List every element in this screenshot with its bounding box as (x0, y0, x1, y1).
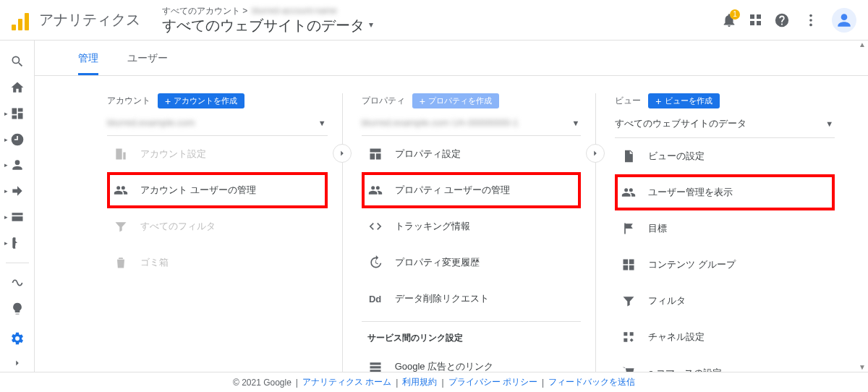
scrollbar[interactable]: ▲ ▼ (858, 41, 867, 372)
channel-icon (621, 329, 637, 345)
account-user-mgmt-item[interactable]: アカウント ユーザーの管理 (107, 172, 328, 208)
adwords-link-label: Google 広告とのリンク (395, 360, 494, 372)
view-user-mgmt-item[interactable]: ユーザー管理を表示 (615, 174, 835, 210)
building-icon (113, 146, 129, 162)
filter-icon (621, 293, 637, 309)
move-view-button[interactable] (586, 144, 605, 163)
nav-customization[interactable]: ▸ (3, 103, 32, 124)
account-user-mgmt-label: アカウント ユーザーの管理 (140, 184, 256, 197)
users-icon (113, 182, 129, 198)
dd-icon: Dd (367, 291, 383, 307)
ga-logo-icon (12, 10, 32, 30)
account-settings-label: アカウント設定 (140, 148, 206, 161)
flag-icon (621, 221, 637, 237)
nav-home[interactable] (3, 77, 32, 98)
nav-behavior[interactable]: ▸ (3, 206, 32, 228)
property-col-title: プロパティ (362, 95, 405, 107)
trash-icon (113, 255, 129, 270)
footer-home-link[interactable]: アナリティクス ホーム (302, 376, 391, 388)
account-column: アカウント +アカウントを作成 blurred.example.com ▼ アカ… (107, 93, 342, 372)
account-trash-label: ゴミ箱 (140, 256, 169, 269)
tab-admin[interactable]: 管理 (78, 43, 98, 75)
create-view-button[interactable]: +ビューを作成 (648, 93, 719, 108)
nav-audience[interactable]: ▸ (3, 154, 32, 176)
tracking-info-item[interactable]: トラッキング情報 (362, 208, 582, 244)
nav-collapse[interactable] (3, 354, 32, 372)
nav-acquisition[interactable]: ▸ (3, 180, 32, 202)
move-property-button[interactable] (333, 144, 352, 163)
property-user-mgmt-item[interactable]: プロパティ ユーザーの管理 (362, 172, 582, 208)
nav-admin[interactable] (3, 328, 32, 349)
top-header: アナリティクス すべてのアカウント > blurred-account-name… (0, 0, 868, 41)
view-selector-text: すべてのウェブサイトのデータ (615, 117, 746, 130)
account-trash-item[interactable]: ゴミ箱 (107, 244, 328, 281)
property-selector-text: blurred.example.com UA-00000000-1 (362, 117, 519, 128)
footer-privacy-link[interactable]: プライバシー ポリシー (448, 376, 537, 388)
svg-point-0 (809, 14, 812, 17)
svg-point-2 (809, 23, 812, 26)
create-property-button[interactable]: +プロパティを作成 (412, 93, 499, 108)
channel-settings-label: チャネル設定 (648, 331, 705, 344)
tabs: 管理 ユーザー (35, 43, 868, 76)
property-history-item[interactable]: プロパティ変更履歴 (362, 244, 582, 281)
adwords-icon (367, 359, 383, 372)
view-filter-item[interactable]: フィルタ (615, 283, 835, 319)
create-property-label: プロパティを作成 (428, 95, 492, 106)
view-selector[interactable]: すべてのウェブサイトのデータ ▼ (615, 114, 835, 138)
ecommerce-settings-item[interactable]: e コマースの設定 (615, 355, 835, 372)
footer-feedback-link[interactable]: フィードバックを送信 (548, 376, 635, 388)
scroll-down-icon[interactable]: ▼ (858, 363, 867, 372)
view-settings-item[interactable]: ビューの設定 (615, 138, 835, 174)
account-filters-item[interactable]: すべてのフィルタ (107, 208, 328, 244)
adwords-link-item[interactable]: Google 広告とのリンク (362, 349, 582, 372)
nav-attribution[interactable] (3, 272, 32, 294)
channel-settings-item[interactable]: チャネル設定 (615, 319, 835, 355)
dropdown-caret-icon: ▼ (318, 119, 326, 127)
more-menu-button[interactable] (803, 12, 819, 28)
link-section-label: サービス間のリンク設定 (362, 321, 582, 349)
property-column: プロパティ +プロパティを作成 blurred.example.com UA-0… (342, 93, 596, 372)
help-button[interactable] (774, 12, 790, 28)
view-settings-label: ビューの設定 (648, 150, 705, 163)
tab-user[interactable]: ユーザー (127, 43, 168, 75)
goals-item[interactable]: 目標 (615, 210, 835, 247)
tracking-info-label: トラッキング情報 (395, 220, 470, 233)
footer-terms-link[interactable]: 利用規約 (402, 376, 437, 388)
create-account-label: アカウントを作成 (174, 95, 237, 106)
users-icon (621, 184, 637, 200)
scroll-up-icon[interactable]: ▲ (858, 41, 867, 49)
account-selector[interactable]: blurred.example.com ▼ (107, 114, 328, 136)
filter-icon (113, 218, 129, 234)
property-settings-label: プロパティ設定 (395, 148, 461, 161)
layout-icon (367, 146, 383, 162)
svg-point-1 (809, 19, 812, 22)
content-group-item[interactable]: コンテンツ グループ (615, 247, 835, 283)
group-icon (621, 257, 637, 273)
user-avatar[interactable] (832, 8, 856, 33)
context-switcher[interactable]: すべてのアカウント > blurred-account-name すべてのウェブ… (162, 6, 373, 33)
dropdown-caret-icon: ▼ (825, 119, 833, 128)
nav-search[interactable] (3, 51, 32, 72)
nav-realtime[interactable]: ▸ (3, 129, 32, 150)
view-column: ビュー +ビューを作成 すべてのウェブサイトのデータ ▼ ビューの設定 ユーザー… (595, 93, 849, 372)
breadcrumb-account: blurred-account-name (252, 6, 336, 16)
view-filter-label: フィルタ (648, 294, 686, 307)
ecommerce-settings-label: e コマースの設定 (648, 367, 722, 372)
notifications-button[interactable]: 1 (721, 12, 737, 28)
account-settings-item[interactable]: アカウント設定 (107, 136, 328, 172)
property-settings-item[interactable]: プロパティ設定 (362, 136, 582, 172)
document-icon (621, 148, 637, 164)
nav-discover[interactable] (3, 298, 32, 320)
users-icon (367, 182, 383, 198)
create-account-button[interactable]: +アカウントを作成 (158, 93, 244, 108)
account-selector-text: blurred.example.com (107, 117, 195, 128)
breadcrumb: すべてのアカウント > blurred-account-name (162, 6, 373, 16)
left-nav: ▸ ▸ ▸ ▸ ▸ ▸ (0, 41, 35, 372)
data-delete-item[interactable]: Dd データ削除リクエスト (362, 281, 582, 317)
property-selector[interactable]: blurred.example.com UA-00000000-1 ▼ (362, 114, 582, 136)
property-history-label: プロパティ変更履歴 (395, 256, 480, 269)
view-col-title: ビュー (615, 95, 641, 107)
app-switcher-button[interactable] (750, 14, 761, 25)
nav-conversions[interactable]: ▸ (3, 232, 32, 254)
goals-label: 目標 (648, 222, 667, 235)
